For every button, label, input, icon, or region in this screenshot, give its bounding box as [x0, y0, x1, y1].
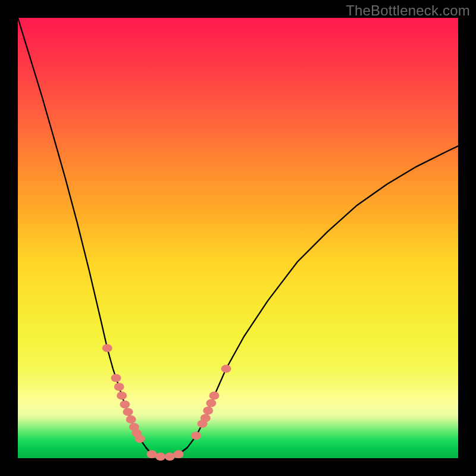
- curve-right_branch: [178, 146, 458, 454]
- data-marker: [209, 392, 220, 400]
- data-marker: [206, 399, 216, 408]
- watermark-text: TheBottleneck.com: [346, 2, 470, 19]
- data-marker: [221, 365, 231, 373]
- chart-frame: TheBottleneck.com: [0, 0, 476, 476]
- data-marker: [123, 408, 133, 416]
- data-marker: [134, 435, 145, 443]
- data-marker: [174, 450, 184, 459]
- data-marker: [117, 392, 127, 400]
- data-marker: [165, 453, 175, 461]
- data-marker: [126, 415, 136, 424]
- data-marker: [155, 453, 165, 461]
- chart-svg: [18, 18, 458, 458]
- data-marker: [201, 414, 211, 422]
- plot-area: [18, 18, 458, 458]
- data-marker: [120, 400, 130, 409]
- data-marker: [102, 344, 112, 352]
- data-marker: [114, 383, 124, 391]
- data-marker: [146, 450, 156, 459]
- data-marker: [203, 406, 213, 415]
- data-marker: [191, 431, 201, 440]
- curve-left_branch: [18, 18, 152, 454]
- data-marker: [111, 374, 121, 383]
